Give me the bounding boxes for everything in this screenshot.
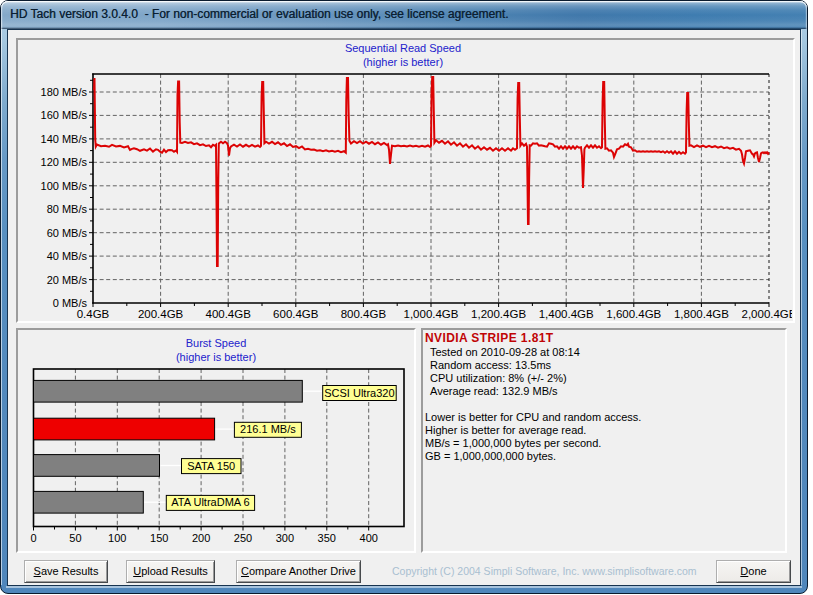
svg-text:2,000.4GB: 2,000.4GB bbox=[742, 308, 792, 320]
svg-text:SCSI Ultra320: SCSI Ultra320 bbox=[324, 387, 394, 399]
svg-text:100: 100 bbox=[108, 532, 126, 544]
svg-text:SATA 150: SATA 150 bbox=[187, 460, 235, 472]
svg-text:300: 300 bbox=[276, 532, 294, 544]
svg-text:140 MB/s: 140 MB/s bbox=[41, 133, 88, 145]
svg-text:400: 400 bbox=[360, 532, 378, 544]
svg-text:160 MB/s: 160 MB/s bbox=[41, 109, 88, 121]
svg-text:150: 150 bbox=[150, 532, 168, 544]
svg-text:ATA UltraDMA 6: ATA UltraDMA 6 bbox=[171, 496, 249, 508]
svg-text:800.4GB: 800.4GB bbox=[341, 308, 387, 320]
svg-text:200: 200 bbox=[192, 532, 210, 544]
svg-text:1,800.4GB: 1,800.4GB bbox=[674, 308, 729, 320]
svg-text:216.1 MB/s: 216.1 MB/s bbox=[240, 423, 296, 435]
svg-text:0: 0 bbox=[30, 532, 36, 544]
svg-text:0.4GB: 0.4GB bbox=[77, 308, 110, 320]
svg-text:600.4GB: 600.4GB bbox=[273, 308, 319, 320]
svg-text:200.4GB: 200.4GB bbox=[138, 308, 184, 320]
svg-text:1,000.4GB: 1,000.4GB bbox=[404, 308, 459, 320]
svg-text:350: 350 bbox=[318, 532, 336, 544]
svg-text:80 MB/s: 80 MB/s bbox=[47, 203, 88, 215]
svg-text:1,200.4GB: 1,200.4GB bbox=[471, 308, 526, 320]
svg-text:120 MB/s: 120 MB/s bbox=[41, 156, 88, 168]
svg-text:20 MB/s: 20 MB/s bbox=[47, 274, 88, 286]
svg-text:100 MB/s: 100 MB/s bbox=[41, 180, 88, 192]
svg-text:60 MB/s: 60 MB/s bbox=[47, 227, 88, 239]
svg-text:40 MB/s: 40 MB/s bbox=[47, 250, 88, 262]
svg-text:1,400.4GB: 1,400.4GB bbox=[539, 308, 594, 320]
svg-text:50: 50 bbox=[69, 532, 81, 544]
svg-text:1,600.4GB: 1,600.4GB bbox=[606, 308, 661, 320]
svg-text:180 MB/s: 180 MB/s bbox=[41, 86, 88, 98]
svg-text:250: 250 bbox=[234, 532, 252, 544]
svg-text:400.4GB: 400.4GB bbox=[205, 308, 251, 320]
